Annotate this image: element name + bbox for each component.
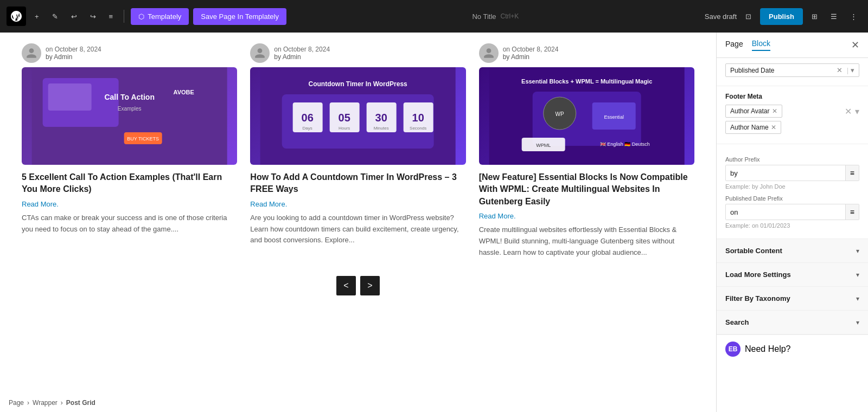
toolbar-right: Save draft ⊡ Publish ⊞ ☰ ⋮ [705,8,861,25]
breadcrumb: Page › Wrapper › Post Grid [9,399,95,407]
svg-text:AVOBE: AVOBE [174,89,194,95]
author-avatar-chevron[interactable]: ▾ [855,106,859,117]
post-excerpt-1: CTAs can make or break your success and … [22,213,237,235]
tab-page[interactable]: Page [725,40,743,50]
filter-by-taxonomy-section: Filter By Taxonomy ▾ [717,287,868,311]
sortable-content-label: Sortable Content [725,247,782,255]
svg-text:Minutes: Minutes [374,126,389,131]
post-card-3: on October 8, 2024 by Admin Essential Bl… [479,43,694,259]
post-author-1: by Admin [46,53,101,61]
search-header[interactable]: Search ▾ [717,311,868,334]
breadcrumb-page[interactable]: Page [9,399,24,407]
svg-text:WP: WP [555,111,564,117]
post-title-1: 5 Excellent Call To Action Examples (Tha… [22,171,237,196]
search-section: Search ▾ [717,311,868,334]
published-date-section: Published Date ✕ | ▾ [717,58,868,86]
author-name-remove[interactable]: ✕ [771,124,776,131]
post-grid: on October 8, 2024 by Admin Call To Acti… [22,43,694,259]
svg-text:🇬🇧 English  🇩🇪 Deutsch: 🇬🇧 English 🇩🇪 Deutsch [599,141,649,147]
published-date-prefix-hint: Example: on 01/01/2023 [725,222,859,229]
post-image-2: Countdown Timer In WordPress 06 05 30 10… [250,67,465,165]
read-more-2[interactable]: Read More. [250,200,465,208]
footer-meta-label: Footer Meta [725,93,859,100]
redo-button[interactable]: ↪ [86,9,100,24]
author-prefix-section: Author Prefix ≡ Example: by John Doe Pub… [717,144,868,239]
post-excerpt-2: Are you looking to add a countdown timer… [250,213,465,246]
filter-by-taxonomy-header[interactable]: Filter By Taxonomy ▾ [717,287,868,310]
svg-text:06: 06 [302,112,314,124]
author-prefix-label: Author Prefix [725,156,859,163]
svg-text:Examples: Examples [118,106,142,112]
sortable-content-section: Sortable Content ▾ [717,239,868,263]
post-card: on October 8, 2024 by Admin Call To Acti… [22,43,237,259]
svg-text:Countdown Timer In WordPress: Countdown Timer In WordPress [309,80,408,88]
settings-toggle[interactable]: ⊞ [807,9,822,24]
pencil-button[interactable]: ✎ [48,9,62,24]
author-avatar-remove[interactable]: ✕ [772,107,777,115]
svg-text:10: 10 [412,112,424,124]
content-area: on October 8, 2024 by Admin Call To Acti… [0,33,716,412]
sidebar-toggle[interactable]: ☰ [826,9,841,24]
next-page-button[interactable]: > [360,276,380,295]
add-button[interactable]: + [30,9,43,24]
tab-block[interactable]: Block [752,39,770,51]
wp-logo [7,7,26,26]
load-more-settings-chevron: ▾ [856,271,859,279]
panel-close-button[interactable]: ✕ [851,40,859,50]
author-prefix-align-icon: ≡ [845,165,859,181]
svg-text:Call To Action: Call To Action [104,93,155,101]
read-more-1[interactable]: Read More. [22,200,237,208]
avatar-3 [479,43,499,63]
author-avatar-clear[interactable]: ✕ [845,106,852,117]
post-meta-top-1: on October 8, 2024 by Admin [22,43,237,63]
svg-text:30: 30 [375,112,387,124]
footer-meta-body: Footer Meta Author Avatar ✕ ✕ ▾ Author [717,86,868,144]
more-options[interactable]: ⋮ [846,9,861,24]
author-prefix-body: Author Prefix ≡ Example: by John Doe Pub… [717,144,868,239]
templately-button[interactable]: ⬡ Templately [131,8,189,25]
author-name-row: Author Name ✕ [725,121,859,134]
breadcrumb-post-grid[interactable]: Post Grid [66,399,95,407]
save-draft-button[interactable]: Save draft [705,12,737,21]
prev-page-button[interactable]: < [336,276,356,295]
menu-button[interactable]: ≡ [105,9,118,24]
breadcrumb-wrapper[interactable]: Wrapper [33,399,58,407]
svg-text:Seconds: Seconds [410,126,426,131]
published-date-remove[interactable]: ✕ [837,66,843,74]
post-date-2: on October 8, 2024 [274,46,330,53]
post-title-3: [New Feature] Essential Blocks Is Now Co… [479,171,694,208]
published-date-prefix-field-row: ≡ [725,204,859,220]
post-meta-top-2: on October 8, 2024 by Admin [250,43,465,63]
filter-by-taxonomy-label: Filter By Taxonomy [725,294,790,302]
post-date-3: on October 8, 2024 [503,46,559,53]
preview-button[interactable]: ⊡ [741,9,756,24]
no-title-text: No Title [472,12,496,21]
breadcrumb-sep-1: › [27,399,29,407]
need-help-section[interactable]: EB Need Help? [717,334,868,363]
need-help-label: Need Help? [745,344,791,354]
sortable-content-header[interactable]: Sortable Content ▾ [717,239,868,262]
published-date-prefix-input[interactable] [726,205,845,220]
save-page-button[interactable]: Save Page In Templately [193,8,286,25]
svg-text:BUY TICKETS: BUY TICKETS [127,136,159,141]
undo-button[interactable]: ↩ [67,9,81,24]
published-date-dropdown[interactable]: ▾ [851,66,854,74]
post-author-3: by Admin [503,53,559,61]
avatar-1 [22,43,41,63]
load-more-settings-header[interactable]: Load More Settings ▾ [717,263,868,286]
published-date-prefix-align-icon: ≡ [845,204,859,220]
author-prefix-field-row: ≡ [725,165,859,181]
svg-text:05: 05 [339,112,350,124]
panel-header: Page Block ✕ [717,33,868,58]
svg-text:Days: Days [303,126,312,131]
svg-rect-2 [48,83,92,111]
author-prefix-input[interactable] [726,166,845,181]
svg-text:Essential Blocks + WPML = Mult: Essential Blocks + WPML = Multilingual M… [521,78,652,85]
read-more-3[interactable]: Read More. [479,212,694,220]
publish-button[interactable]: Publish [760,8,803,25]
load-more-settings-label: Load More Settings [725,271,791,279]
avatar-2 [250,43,270,63]
toolbar: + ✎ ↩ ↪ ≡ ⬡ Templately Save Page In Temp… [0,0,868,33]
post-card-2: on October 8, 2024 by Admin Countdown Ti… [250,43,465,259]
post-date-1: on October 8, 2024 [46,46,101,53]
